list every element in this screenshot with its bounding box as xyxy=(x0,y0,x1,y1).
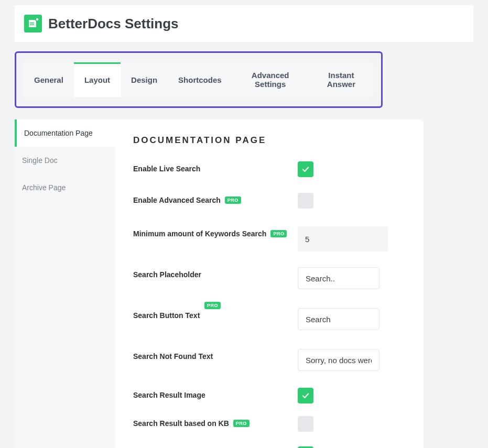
label-search-result-image: Search Result Image xyxy=(133,391,205,399)
row-search-result-image: Search Result Image xyxy=(133,388,408,403)
pro-badge: PRO xyxy=(270,230,287,237)
label-search-not-found-text: Search Not Found Text xyxy=(133,352,213,360)
checkbox-enable-advanced-search[interactable] xyxy=(298,193,313,209)
row-min-keywords-search: Minimum amount of Keywords Search PRO xyxy=(133,226,408,252)
row-search-button-text: Search Button Text PRO xyxy=(133,308,408,330)
input-min-keywords-search[interactable] xyxy=(298,226,388,252)
checkbox-search-result-kb[interactable] xyxy=(298,416,313,432)
label-min-keywords-search: Minimum amount of Keywords Search xyxy=(133,230,266,238)
tab-design[interactable]: Design xyxy=(121,62,168,97)
sidebar-item-archive-page[interactable]: Archive Page xyxy=(15,174,115,201)
sidebar-item-single-doc[interactable]: Single Doc xyxy=(15,147,115,174)
input-search-button-text[interactable] xyxy=(298,308,379,330)
settings-panel: DOCUMENTATION PAGE Enable Live Search En… xyxy=(115,119,424,448)
row-search-placeholder: Search Placeholder xyxy=(133,267,408,289)
check-icon xyxy=(301,391,310,400)
tabs-container: General Layout Design Shortcodes Advance… xyxy=(15,51,383,108)
checkbox-enable-live-search[interactable] xyxy=(298,161,313,177)
check-icon xyxy=(301,165,310,173)
tab-advanced-settings[interactable]: Advanced Settings xyxy=(232,62,309,97)
tab-general[interactable]: General xyxy=(24,62,74,97)
sidebar: Documentation Page Single Doc Archive Pa… xyxy=(15,119,115,448)
row-enable-advanced-search: Enable Advanced Search PRO xyxy=(133,193,408,211)
tab-shortcodes[interactable]: Shortcodes xyxy=(168,62,232,97)
checkbox-search-result-image[interactable] xyxy=(298,388,313,403)
pro-badge: PRO xyxy=(204,302,221,309)
svg-rect-2 xyxy=(30,25,34,26)
tab-instant-answer[interactable]: Instant Answer xyxy=(309,62,374,97)
content: Documentation Page Single Doc Archive Pa… xyxy=(15,119,424,448)
label-enable-live-search: Enable Live Search xyxy=(133,165,200,173)
row-enable-live-search: Enable Live Search xyxy=(133,161,408,177)
sidebar-item-documentation-page[interactable]: Documentation Page xyxy=(15,119,115,147)
header: BetterDocs Settings xyxy=(15,5,473,42)
pro-badge: PRO xyxy=(233,420,250,427)
page-title: BetterDocs Settings xyxy=(48,16,179,32)
row-search-not-found-text: Search Not Found Text xyxy=(133,349,408,371)
tab-layout[interactable]: Layout xyxy=(74,62,121,97)
input-search-not-found-text[interactable] xyxy=(298,349,379,371)
label-search-placeholder: Search Placeholder xyxy=(133,270,201,279)
betterdocs-logo-icon xyxy=(24,15,42,32)
svg-point-3 xyxy=(36,18,38,20)
row-search-result-kb: Search Result based on KB PRO xyxy=(133,416,408,434)
label-search-button-text: Search Button Text xyxy=(133,311,200,320)
tabs: General Layout Design Shortcodes Advance… xyxy=(24,62,374,97)
input-search-placeholder[interactable] xyxy=(298,267,379,289)
section-title: DOCUMENTATION PAGE xyxy=(133,135,408,146)
pro-badge: PRO xyxy=(225,196,241,204)
label-search-result-kb: Search Result based on KB xyxy=(133,419,229,428)
label-enable-advanced-search: Enable Advanced Search xyxy=(133,196,221,204)
svg-rect-1 xyxy=(30,23,34,24)
